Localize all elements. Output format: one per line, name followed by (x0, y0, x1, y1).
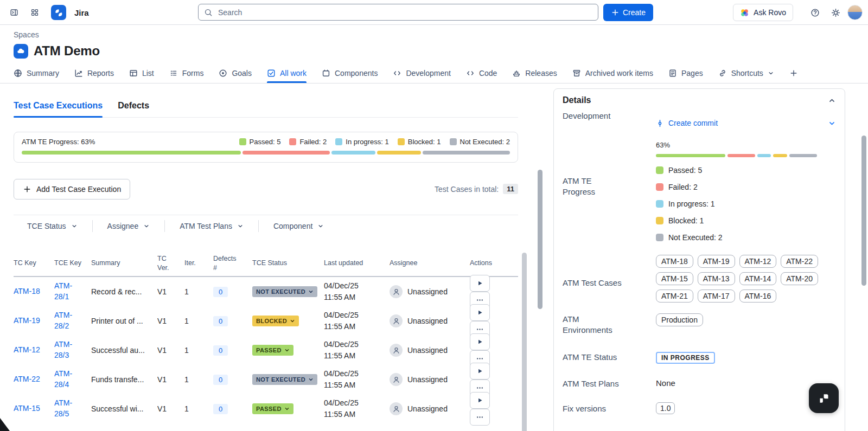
run-execution-button[interactable] (470, 275, 490, 292)
assignee-button[interactable]: Unassigned (390, 402, 465, 415)
tab-components[interactable]: Components (322, 63, 378, 83)
defects-count-badge[interactable]: 0 (213, 404, 228, 414)
settings-button[interactable] (827, 4, 844, 21)
table-scrollbar[interactable] (522, 253, 527, 431)
subtab-defects[interactable]: Defects (118, 101, 149, 117)
sidebar-toggle-button[interactable] (5, 4, 23, 21)
tce-status-dropdown[interactable]: BLOCKED (252, 316, 299, 326)
tab-reports[interactable]: Reports (74, 63, 114, 83)
assignee-avatar (390, 373, 403, 386)
filter-component[interactable]: Component (259, 220, 339, 232)
test-case-tag: ATM-14 (739, 272, 777, 285)
atm-te-status-badge: IN PROGRESS (656, 352, 715, 364)
tce-key-link[interactable]: ATM-28/4 (54, 369, 72, 389)
defects-count-badge[interactable]: 0 (213, 345, 228, 356)
tc-key-link[interactable]: ATM-19 (14, 316, 40, 325)
breadcrumb[interactable]: Spaces (14, 30, 39, 39)
tab-code[interactable]: Code (466, 63, 497, 83)
defects-count-badge[interactable]: 0 (213, 316, 228, 326)
run-execution-button[interactable] (470, 304, 490, 321)
progress-segment-passed (656, 154, 725, 157)
chevron-down-icon (768, 70, 774, 76)
tce-status-dropdown[interactable]: NOT EXECUTED (252, 286, 317, 297)
tab-pages[interactable]: Pages (668, 63, 703, 83)
filter-assignee[interactable]: Assignee (93, 220, 165, 232)
app-switcher-button[interactable] (26, 4, 43, 21)
create-button[interactable]: Create (603, 4, 653, 21)
summary-text: Record & rec... (91, 287, 142, 296)
add-tab-button[interactable] (789, 69, 798, 78)
tab-releases[interactable]: Releases (512, 63, 557, 83)
tab-goals[interactable]: Goals (219, 63, 252, 83)
assignee-button[interactable]: Unassigned (390, 373, 465, 386)
goals-icon (219, 69, 227, 78)
test-case-tag: ATM-17 (698, 290, 735, 303)
assignee-avatar (390, 344, 403, 357)
defects-count-badge[interactable]: 0 (213, 287, 228, 297)
assignee-button[interactable]: Unassigned (390, 344, 465, 357)
help-button[interactable] (806, 4, 824, 21)
ask-rovo-button[interactable]: Ask Rovo (733, 4, 793, 21)
assignee-avatar (390, 285, 403, 298)
main-content-scrollbar[interactable] (538, 170, 542, 309)
table-row: ATM-18ATM-28/1Record & rec...V110NOT EXE… (14, 277, 518, 306)
search-bar[interactable] (198, 4, 598, 21)
filter-tce-status[interactable]: TCE Status (14, 220, 93, 232)
jira-logo[interactable] (51, 5, 66, 20)
search-input[interactable] (217, 8, 592, 17)
tc-key-link[interactable]: ATM-18 (14, 287, 40, 295)
tce-status-dropdown[interactable]: NOT EXECUTED (252, 374, 317, 385)
tc-key-link[interactable]: ATM-15 (14, 404, 40, 413)
iteration: 1 (184, 287, 213, 296)
tce-key-link[interactable]: ATM-28/5 (54, 398, 72, 418)
search-icon (204, 8, 213, 17)
test-case-tag: ATM-22 (781, 255, 818, 268)
legend-swatch (656, 200, 663, 208)
legend-swatch (398, 138, 405, 145)
subtab-test-case-executions[interactable]: Test Case Executions (14, 101, 103, 117)
user-avatar[interactable] (847, 5, 863, 20)
project-tab-bar: SummaryReportsListFormsGoalsAll workComp… (0, 63, 868, 83)
chevron-down-icon (308, 377, 314, 382)
tce-status-dropdown[interactable]: PASSED (252, 403, 293, 414)
assistant-widget-button[interactable] (809, 383, 839, 413)
chevron-down-icon[interactable] (828, 119, 836, 127)
test-case-tag: ATM-21 (656, 290, 693, 303)
tce-key-link[interactable]: ATM-28/1 (54, 281, 72, 301)
fix-versions-label: Fix versions (563, 403, 656, 414)
tce-status-dropdown[interactable]: PASSED (252, 345, 293, 356)
tc-key-link[interactable]: ATM-12 (14, 345, 40, 354)
tab-all-work[interactable]: All work (267, 63, 307, 83)
tab-development[interactable]: Development (393, 63, 451, 83)
tc-version: V1 (157, 317, 184, 325)
run-execution-button[interactable] (470, 363, 490, 379)
tab-list[interactable]: List (129, 63, 154, 83)
page-scrollbar[interactable] (861, 136, 866, 286)
tce-key-link[interactable]: ATM-28/3 (54, 340, 72, 359)
table-row: ATM-15ATM-28/5Successful wi...V110PASSED… (14, 394, 518, 423)
code-icon (393, 69, 401, 78)
tc-key-link[interactable]: ATM-22 (14, 375, 40, 383)
iteration: 1 (184, 317, 213, 325)
assignee-button[interactable]: Unassigned (390, 285, 465, 298)
assignee-button[interactable]: Unassigned (390, 314, 465, 327)
legend-item-in-progress: In progress: 1 (335, 138, 389, 146)
run-execution-button[interactable] (470, 392, 490, 409)
column-header-actions: Actions (470, 259, 518, 267)
chevron-down-icon (308, 289, 314, 294)
environment-tag: Production (656, 313, 703, 326)
test-case-tag: ATM-19 (698, 255, 735, 268)
test-case-executions-table: TC KeyTCE KeySummaryTCVer.Iter.Defects#T… (14, 250, 518, 423)
tab-archived-work-items[interactable]: Archived work items (572, 63, 653, 83)
chevron-up-icon[interactable] (828, 97, 836, 105)
add-test-case-execution-button[interactable]: Add Test Case Execution (14, 179, 130, 200)
create-commit-link[interactable]: Create commit (656, 119, 836, 127)
defects-count-badge[interactable]: 0 (213, 375, 228, 385)
tab-shortcuts[interactable]: Shortcuts (718, 63, 774, 83)
tce-key-link[interactable]: ATM-28/2 (54, 311, 72, 330)
run-execution-button[interactable] (470, 333, 490, 350)
tab-forms[interactable]: Forms (169, 63, 204, 83)
filter-atm-test-plans[interactable]: ATM Test Plans (165, 220, 259, 232)
more-actions-button[interactable] (470, 409, 490, 426)
tab-summary[interactable]: Summary (14, 63, 59, 83)
